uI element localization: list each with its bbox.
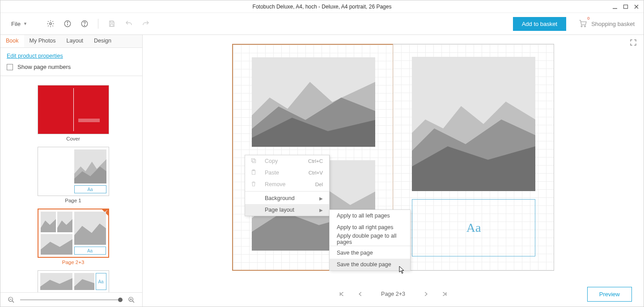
title-bar: Fotobuch Deluxe, A4, hoch - Deluxe, A4 p… (0, 0, 644, 13)
context-submenu: Apply to all left pages Apply to all rig… (329, 209, 411, 271)
sidebar-tabs: Book My Photos Layout Design (0, 35, 142, 48)
svg-rect-1 (624, 5, 628, 9)
tab-book[interactable]: Book (0, 35, 24, 47)
thumb-page23[interactable]: Aa Page 2+3 (11, 209, 135, 265)
canvas-area: Aa CopyCtrl+C PasteCtrl+V RemoveDel Back… (143, 35, 644, 307)
first-page-button[interactable] (337, 290, 346, 298)
sub-apply-left[interactable]: Apply to all left pages (330, 210, 410, 222)
thumb-caption: Page 1 (11, 198, 135, 203)
tab-design[interactable]: Design (89, 35, 117, 47)
context-menu: CopyCtrl+C PasteCtrl+V RemoveDel Backgro… (245, 155, 330, 216)
zoom-out-icon[interactable] (7, 295, 16, 304)
page-indicator: Page 2+3 (381, 291, 405, 297)
help-icon[interactable] (80, 19, 89, 28)
last-page-button[interactable] (440, 290, 449, 298)
sub-save-double-page[interactable]: Save the double page (330, 259, 410, 270)
image-placeholder[interactable] (252, 57, 375, 147)
cover-thumb-frame (38, 85, 109, 134)
svg-point-12 (581, 26, 582, 27)
ctx-background[interactable]: Background▶ (245, 192, 329, 204)
undo-icon (124, 19, 133, 28)
left-sidebar: Book My Photos Layout Design Edit produc… (0, 35, 143, 307)
svg-point-13 (585, 26, 586, 27)
chevron-right-icon: ▶ (319, 196, 323, 201)
zoom-in-icon[interactable] (127, 295, 136, 304)
tab-layout[interactable]: Layout (61, 35, 89, 47)
paste-icon (250, 169, 257, 177)
text-placeholder[interactable]: Aa (412, 199, 535, 256)
next-page-button[interactable] (421, 290, 430, 298)
shopping-basket-label: Shopping basket (591, 21, 635, 27)
info-icon[interactable] (63, 19, 72, 28)
maximize-button[interactable] (622, 3, 629, 10)
svg-line-30 (12, 301, 14, 303)
save-icon (107, 19, 116, 28)
chevron-right-icon: ▶ (319, 208, 323, 213)
svg-rect-11 (110, 24, 113, 26)
page-navigation: Page 2+3 Preview (143, 281, 644, 307)
svg-point-7 (67, 22, 68, 23)
page23-thumb-frame: Aa (38, 209, 109, 258)
ctx-paste: PasteCtrl+V (245, 167, 329, 179)
zoom-bar (0, 292, 142, 307)
cart-icon: 0 (578, 19, 588, 29)
preview-button[interactable]: Preview (587, 287, 632, 302)
image-placeholder[interactable] (412, 57, 535, 191)
right-page[interactable]: Aa (393, 44, 554, 271)
thumb-page1[interactable]: Aa Page 1 (11, 147, 135, 203)
zoom-slider[interactable] (20, 299, 123, 300)
text-placeholder-icon: Aa (74, 247, 106, 255)
copy-icon (250, 158, 257, 165)
add-to-basket-button[interactable]: Add to basket (513, 17, 567, 31)
tab-my-photos[interactable]: My Photos (24, 35, 61, 47)
close-button[interactable] (633, 3, 640, 10)
thumb-caption: Cover (11, 136, 135, 141)
svg-rect-48 (251, 158, 254, 162)
edit-product-properties-link[interactable]: Edit product properties (7, 53, 63, 59)
show-page-numbers-checkbox[interactable] (7, 64, 13, 70)
shopping-basket-link[interactable]: 0 Shopping basket (578, 19, 635, 29)
delete-icon (250, 181, 257, 188)
gear-icon[interactable] (46, 19, 55, 28)
text-placeholder-icon: Aa (96, 273, 106, 290)
svg-rect-47 (253, 159, 256, 162)
thumb-page45[interactable]: Aa (11, 270, 135, 292)
thumb-caption: Page 2+3 (11, 260, 135, 265)
ctx-remove: RemoveDel (245, 179, 329, 190)
prev-page-button[interactable] (356, 290, 365, 298)
minimize-button[interactable] (611, 3, 619, 10)
file-menu[interactable]: File ▼ (11, 21, 27, 27)
show-page-numbers-label: Show page numbers (17, 64, 71, 70)
thumb-cover[interactable]: Cover (11, 85, 135, 141)
sub-apply-right[interactable]: Apply to all right pages (330, 222, 410, 233)
svg-point-9 (84, 25, 85, 26)
svg-line-33 (132, 301, 134, 303)
file-menu-label: File (11, 21, 21, 27)
page45-thumb-frame: Aa (38, 270, 109, 292)
window-title: Fotobuch Deluxe, A4, hoch - Deluxe, A4 p… (253, 4, 392, 10)
separator (98, 19, 98, 29)
redo-icon (141, 19, 150, 28)
text-placeholder-icon: Aa (74, 185, 106, 193)
sub-apply-double-all[interactable]: Apply double page to all pages (330, 233, 410, 245)
ctx-page-layout[interactable]: Page layout▶ (245, 204, 329, 216)
page1-thumb-frame: Aa (38, 147, 109, 196)
svg-rect-10 (110, 21, 113, 23)
chevron-down-icon: ▼ (23, 21, 27, 26)
page-thumbnails[interactable]: Cover Aa Page 1 (0, 76, 142, 292)
fullscreen-icon[interactable] (629, 38, 637, 48)
basket-count: 0 (587, 16, 589, 21)
main-toolbar: File ▼ Add to basket 0 Sh (0, 13, 644, 34)
svg-point-4 (50, 23, 52, 25)
text-placeholder-label: Aa (466, 221, 481, 235)
sub-save-page[interactable]: Save the page (330, 247, 410, 259)
ctx-copy: CopyCtrl+C (245, 155, 329, 167)
